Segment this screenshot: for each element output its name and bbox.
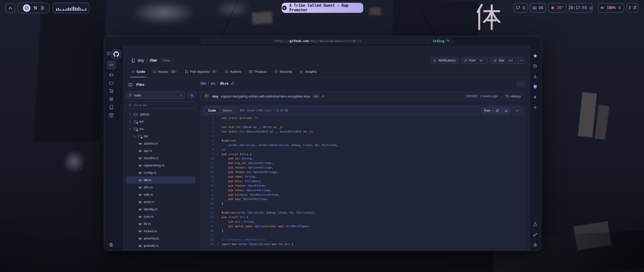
code-line-17[interactable]: 17 pub notes: Option<String>, xyxy=(201,188,524,192)
goto-file-input[interactable] xyxy=(134,103,193,107)
star-dropdown[interactable] xyxy=(518,57,525,64)
trash-icon[interactable] xyxy=(109,243,113,247)
code-line-15[interactable]: 15 pub data: EntryData, xyxy=(201,179,524,183)
repo-name-link[interactable]: rbw xyxy=(150,58,157,63)
star-icon[interactable] xyxy=(533,53,538,58)
tree-item-locked.rs[interactable]: locked.rs xyxy=(126,227,196,235)
tree-item-db.rs[interactable]: db.rs xyxy=(126,176,196,184)
line-number[interactable]: 18 xyxy=(201,193,214,196)
code-line-23[interactable]: 23pub struct Uri { xyxy=(201,215,524,220)
line-number[interactable]: 11 xyxy=(201,161,214,165)
github-tab-active[interactable] xyxy=(111,49,121,59)
code-lines[interactable]: 1use crate::prelude::*;23use std::io::{R… xyxy=(201,116,524,250)
code-line-19[interactable]: 19 pub key: Option<String>, xyxy=(201,197,524,201)
line-number[interactable]: 19 xyxy=(201,197,214,201)
chevron-down-icon[interactable] xyxy=(128,127,132,130)
code-line-2[interactable]: 2 xyxy=(201,120,524,125)
package-icon[interactable] xyxy=(109,113,114,118)
updates-pill[interactable]: 17 xyxy=(514,3,528,13)
tree-item-base64.rs[interactable]: base64.rs xyxy=(126,154,196,162)
url-bar[interactable]: ⋮ https://github.com/doy/rbw/blob/main/s… xyxy=(199,38,453,44)
chevron-right-icon[interactable] xyxy=(128,120,132,123)
weather-pill[interactable]: 30° xyxy=(548,3,567,13)
copy-path-icon[interactable] xyxy=(231,82,234,85)
code-line-24[interactable]: 24 pub uri: String, xyxy=(201,219,524,224)
layers-icon[interactable] xyxy=(109,97,114,101)
chevron-right-icon[interactable] xyxy=(128,113,132,116)
commit-message[interactable]: support decrypting entries with individu… xyxy=(221,94,310,98)
line-number[interactable]: 22 xyxy=(201,211,214,214)
code-tab[interactable]: Code xyxy=(205,108,219,113)
tree-item-api.rs[interactable]: api.rs xyxy=(126,147,196,154)
zap-icon[interactable] xyxy=(533,95,538,99)
line-number[interactable]: 5 xyxy=(201,134,214,138)
code-line-28[interactable]: 28// backwards compatibility xyxy=(201,237,524,242)
download-icon[interactable] xyxy=(533,74,538,79)
tree-item-lib.rs[interactable]: lib.rs xyxy=(126,220,196,227)
sidebar-toggle-icon[interactable] xyxy=(107,51,111,56)
tree-item-edit.rs[interactable]: edit.rs xyxy=(126,191,196,198)
notion-icon[interactable]: N xyxy=(34,5,37,11)
code-line-16[interactable]: 16 pub fields: Vec<Field>, xyxy=(201,183,524,188)
line-number[interactable]: 24 xyxy=(201,220,214,223)
code-line-21[interactable]: 21 xyxy=(201,206,524,211)
cart-icon[interactable] xyxy=(109,89,114,93)
code-line-9[interactable]: 9pub struct Entry { xyxy=(201,152,524,156)
star-button[interactable]: Star 602 xyxy=(490,57,518,64)
tree-item-identity.rs[interactable]: identity.rs xyxy=(126,206,196,213)
document-icon[interactable] xyxy=(40,6,45,10)
code-line-7[interactable]: 7 serde::Serialize, serde::Deserialize, … xyxy=(201,143,524,147)
blame-tab[interactable]: Blame xyxy=(219,108,235,113)
tab-pull-requests[interactable]: Pull requests5 xyxy=(185,69,217,77)
app-dock[interactable]: N xyxy=(18,3,50,13)
commit-author[interactable]: doy xyxy=(212,94,218,98)
tree-item-pinentry.rs[interactable]: pinentry.rs xyxy=(126,235,196,242)
tab-insights[interactable]: Insights xyxy=(300,69,317,77)
code-line-29[interactable]: 29impl<'de> serde::Deserialize<'de> for … xyxy=(201,242,524,247)
line-number[interactable]: 1 xyxy=(201,116,214,120)
line-number[interactable]: 23 xyxy=(201,216,214,219)
line-number[interactable]: 15 xyxy=(201,180,214,183)
shield-icon[interactable] xyxy=(533,84,538,89)
tree-item-dirs.rs[interactable]: dirs.rs xyxy=(126,184,196,191)
code-line-10[interactable]: 10 pub id: String, xyxy=(201,156,524,161)
check-failed-icon[interactable] xyxy=(322,95,325,98)
book-icon[interactable] xyxy=(109,105,114,110)
branch-selector[interactable]: main xyxy=(126,91,185,99)
tab-projects[interactable]: Projects xyxy=(249,69,267,77)
line-number[interactable]: 26 xyxy=(201,229,214,232)
tree-item-config.rs[interactable]: config.rs xyxy=(126,169,196,176)
line-number[interactable]: 25 xyxy=(201,225,214,228)
fold-chevron-icon[interactable] xyxy=(214,243,222,246)
compass-icon[interactable] xyxy=(23,4,30,12)
repo-owner-link[interactable]: doy xyxy=(138,58,144,63)
line-number[interactable]: 27 xyxy=(201,234,214,237)
code-line-11[interactable]: 11 pub org_id: Option<String>, xyxy=(201,161,524,165)
code-line-25[interactable]: 25 pub match_type: Option<crate::api::Ur… xyxy=(201,224,524,228)
line-number[interactable]: 9 xyxy=(201,153,214,156)
key-icon[interactable] xyxy=(533,232,538,237)
commit-sha-age[interactable]: 3d0fd90 · 2 weeks ago xyxy=(466,94,498,98)
tree-item-.github[interactable]: .github xyxy=(126,111,196,118)
copy-file-button[interactable] xyxy=(493,107,502,114)
avatar[interactable] xyxy=(204,93,210,99)
code-line-13[interactable]: 13 pub folder_id: Option<String>, xyxy=(201,170,524,175)
download-button[interactable] xyxy=(502,107,510,114)
plus-icon[interactable] xyxy=(533,105,538,110)
history-icon[interactable] xyxy=(533,64,538,69)
line-number[interactable]: 2 xyxy=(201,121,214,124)
tree-item-actions.rs[interactable]: actions.rs xyxy=(126,140,196,147)
gamepad-icon[interactable] xyxy=(109,73,114,77)
tab-security[interactable]: Security xyxy=(274,69,292,77)
tree-item-bin[interactable]: bin xyxy=(126,118,196,125)
search-files-button[interactable] xyxy=(188,91,196,99)
collapse-panel-icon[interactable] xyxy=(127,81,134,88)
notifications-button[interactable]: Notifications xyxy=(430,57,459,64)
line-number[interactable]: 3 xyxy=(201,125,214,129)
history-button[interactable]: History xyxy=(505,94,521,98)
code-line-5[interactable]: 5 xyxy=(201,134,524,139)
tree-item-cipherstring.rs[interactable]: cipherstring.rs xyxy=(126,162,196,169)
folder-icon[interactable] xyxy=(109,81,114,85)
line-number[interactable]: 8 xyxy=(201,148,214,151)
chevron-right-icon[interactable] xyxy=(133,135,136,138)
